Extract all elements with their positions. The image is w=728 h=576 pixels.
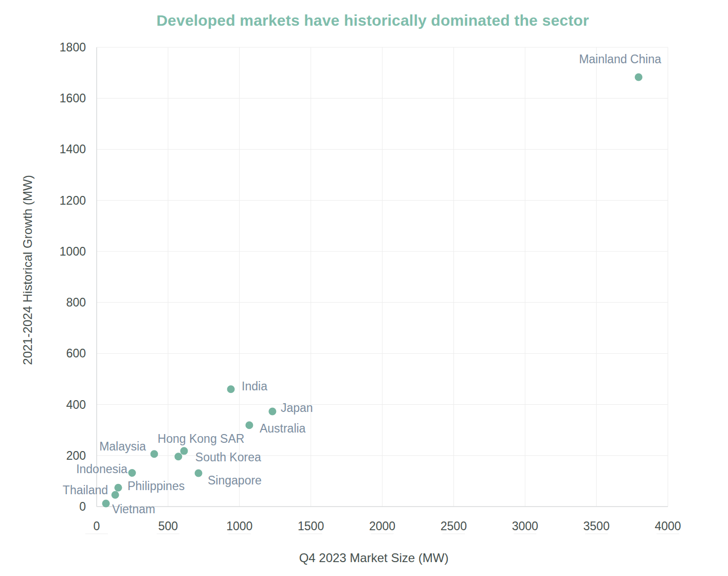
data-point-label-india: India — [242, 380, 267, 393]
y-tick-label: 600 — [66, 347, 86, 360]
data-point-philippines — [114, 484, 122, 492]
data-point-malaysia — [150, 450, 158, 458]
chart-title: Developed markets have historically domi… — [156, 12, 589, 29]
data-point-thailand — [112, 491, 119, 499]
x-tick-label: 3500 — [584, 519, 610, 533]
x-axis-title: Q4 2023 Market Size (MW) — [299, 551, 449, 565]
data-point-label-malaysia: Malaysia — [99, 440, 146, 453]
data-point-label-singapore: Singapore — [208, 474, 262, 487]
x-tick-label: 1500 — [298, 519, 324, 533]
data-point-mainland-china — [635, 74, 643, 81]
x-tick-label: 1000 — [226, 519, 252, 533]
data-point-south-korea — [174, 453, 182, 460]
data-point-india — [227, 385, 235, 393]
data-point-label-hong-kong-sar: Hong Kong SAR — [158, 432, 245, 445]
tick-layer: 0500100015002000250030003500400002004006… — [60, 41, 681, 534]
y-tick-label: 1600 — [60, 92, 86, 105]
y-tick-label: 1400 — [60, 142, 86, 156]
scatter-chart: 0500100015002000250030003500400002004006… — [0, 0, 728, 576]
data-point-label-south-korea: South Korea — [195, 451, 261, 464]
data-point-singapore — [195, 470, 203, 477]
x-tick-label: 2000 — [369, 519, 395, 533]
x-tick-label: 4000 — [654, 519, 681, 533]
y-tick-label: 400 — [66, 398, 86, 411]
y-tick-label: 1000 — [60, 245, 86, 258]
x-tick-label: 2500 — [441, 519, 467, 533]
y-tick-label: 800 — [66, 296, 86, 309]
data-point-vietnam — [102, 500, 110, 508]
x-tick-label: 0 — [94, 519, 100, 533]
y-axis-title: 2021-2024 Historical Growth (MW) — [21, 175, 34, 365]
data-point-label-philippines: Philippines — [128, 479, 185, 493]
data-point-japan — [268, 407, 276, 415]
data-point-label-mainland-china: Mainland China — [579, 52, 661, 66]
data-point-label-australia: Australia — [260, 422, 306, 435]
point-layer: VietnamThailandPhilippinesIndonesiaMalay… — [63, 52, 661, 516]
y-tick-label: 200 — [66, 449, 86, 462]
data-point-hong-kong-sar — [180, 447, 188, 455]
x-tick-label: 3000 — [512, 519, 538, 533]
data-point-label-japan: Japan — [281, 401, 313, 415]
y-tick-label: 0 — [79, 500, 86, 513]
data-point-label-thailand: Thailand — [63, 483, 108, 497]
chart-canvas: 0500100015002000250030003500400002004006… — [0, 0, 728, 576]
y-tick-label: 1800 — [60, 41, 86, 54]
data-point-label-vietnam: Vietnam — [112, 502, 155, 516]
x-tick-label: 500 — [158, 519, 178, 533]
data-point-indonesia — [128, 469, 136, 477]
y-tick-label: 1200 — [60, 194, 86, 207]
data-point-label-indonesia: Indonesia — [76, 462, 128, 476]
data-point-australia — [245, 421, 253, 429]
